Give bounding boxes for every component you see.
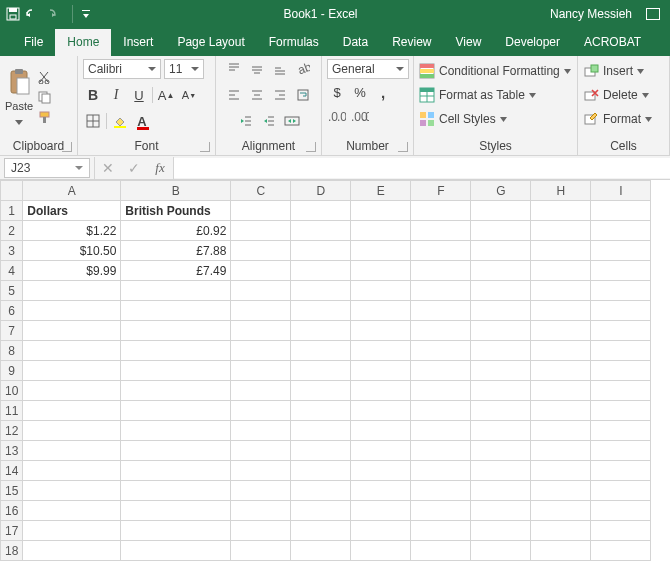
cell[interactable] [411, 441, 471, 461]
cell[interactable] [531, 301, 591, 321]
cell[interactable] [291, 321, 351, 341]
select-all-corner[interactable] [1, 181, 23, 201]
tab-page-layout[interactable]: Page Layout [165, 29, 256, 56]
cell[interactable] [531, 401, 591, 421]
cell[interactable] [291, 221, 351, 241]
cell[interactable] [531, 261, 591, 281]
tab-acrobat[interactable]: ACROBAT [572, 29, 653, 56]
cell[interactable] [471, 381, 531, 401]
cell[interactable] [471, 261, 531, 281]
cell[interactable] [231, 461, 291, 481]
save-icon[interactable] [6, 7, 20, 21]
column-header[interactable]: C [231, 181, 291, 201]
row-header[interactable]: 13 [1, 441, 23, 461]
tab-file[interactable]: File [12, 29, 55, 56]
row-header[interactable]: 14 [1, 461, 23, 481]
cell[interactable] [291, 381, 351, 401]
cell[interactable] [291, 241, 351, 261]
cell[interactable] [231, 361, 291, 381]
cell[interactable] [471, 361, 531, 381]
increase-indent-icon[interactable] [259, 111, 279, 131]
cell[interactable]: £0.92 [121, 221, 231, 241]
column-header[interactable]: I [591, 181, 651, 201]
format-cells-button[interactable]: Format [583, 107, 664, 131]
format-as-table-button[interactable]: Format as Table [419, 83, 572, 107]
cell[interactable] [351, 541, 411, 561]
cell[interactable] [411, 541, 471, 561]
cell[interactable] [411, 361, 471, 381]
cell[interactable] [411, 421, 471, 441]
cell[interactable] [591, 301, 651, 321]
cell[interactable] [531, 381, 591, 401]
orientation-icon[interactable]: ab [293, 59, 313, 79]
cell[interactable] [291, 401, 351, 421]
align-right-icon[interactable] [270, 85, 290, 105]
cell[interactable] [121, 421, 231, 441]
conditional-formatting-button[interactable]: Conditional Formatting [419, 59, 572, 83]
cell[interactable] [351, 321, 411, 341]
cell[interactable] [231, 281, 291, 301]
cell[interactable] [291, 421, 351, 441]
align-bottom-icon[interactable] [270, 59, 290, 79]
cell[interactable] [471, 441, 531, 461]
row-header[interactable]: 15 [1, 481, 23, 501]
cell[interactable] [291, 501, 351, 521]
cell[interactable] [531, 321, 591, 341]
delete-cells-button[interactable]: Delete [583, 83, 664, 107]
cell[interactable] [471, 501, 531, 521]
column-header[interactable]: G [471, 181, 531, 201]
name-box[interactable]: J23 [4, 158, 90, 178]
ribbon-display-icon[interactable] [646, 8, 660, 20]
cell[interactable] [291, 521, 351, 541]
worksheet[interactable]: ABCDEFGHI1DollarsBritish Pounds2$1.22£0.… [0, 180, 670, 581]
cell[interactable] [231, 341, 291, 361]
cell[interactable] [591, 381, 651, 401]
cell[interactable]: $1.22 [23, 221, 121, 241]
cell[interactable] [591, 341, 651, 361]
cell[interactable] [531, 521, 591, 541]
merge-center-icon[interactable] [282, 111, 302, 131]
cell[interactable] [351, 501, 411, 521]
paste-button[interactable]: Paste [5, 68, 33, 128]
decrease-indent-icon[interactable] [236, 111, 256, 131]
row-header[interactable]: 2 [1, 221, 23, 241]
cell[interactable] [411, 321, 471, 341]
cell[interactable] [23, 401, 121, 421]
cell[interactable] [231, 541, 291, 561]
cell[interactable] [231, 261, 291, 281]
cell[interactable] [351, 201, 411, 221]
cell[interactable] [411, 281, 471, 301]
row-header[interactable]: 11 [1, 401, 23, 421]
decrease-decimal-icon[interactable]: .00.0 [350, 108, 370, 128]
cell[interactable] [351, 461, 411, 481]
cell[interactable] [471, 301, 531, 321]
cell[interactable] [531, 541, 591, 561]
cell[interactable] [121, 341, 231, 361]
cell[interactable] [531, 281, 591, 301]
cell[interactable] [591, 441, 651, 461]
cell[interactable] [23, 361, 121, 381]
row-header[interactable]: 8 [1, 341, 23, 361]
cell[interactable] [291, 281, 351, 301]
cell[interactable] [231, 201, 291, 221]
tab-review[interactable]: Review [380, 29, 443, 56]
user-name[interactable]: Nancy Messieh [550, 7, 632, 21]
dialog-launcher-icon[interactable] [62, 142, 72, 152]
percent-icon[interactable]: % [350, 82, 370, 102]
align-middle-icon[interactable] [247, 59, 267, 79]
row-header[interactable]: 16 [1, 501, 23, 521]
number-format-dropdown[interactable]: General [327, 59, 409, 79]
cell[interactable] [121, 541, 231, 561]
cell[interactable] [23, 421, 121, 441]
insert-cells-button[interactable]: Insert [583, 59, 664, 83]
cell[interactable] [291, 441, 351, 461]
cell[interactable] [351, 421, 411, 441]
cell[interactable] [531, 361, 591, 381]
cell[interactable] [411, 241, 471, 261]
cell[interactable] [411, 401, 471, 421]
cell[interactable] [23, 481, 121, 501]
cell[interactable] [291, 341, 351, 361]
tab-view[interactable]: View [444, 29, 494, 56]
increase-font-icon[interactable]: A▲ [156, 85, 176, 105]
cell[interactable] [351, 381, 411, 401]
